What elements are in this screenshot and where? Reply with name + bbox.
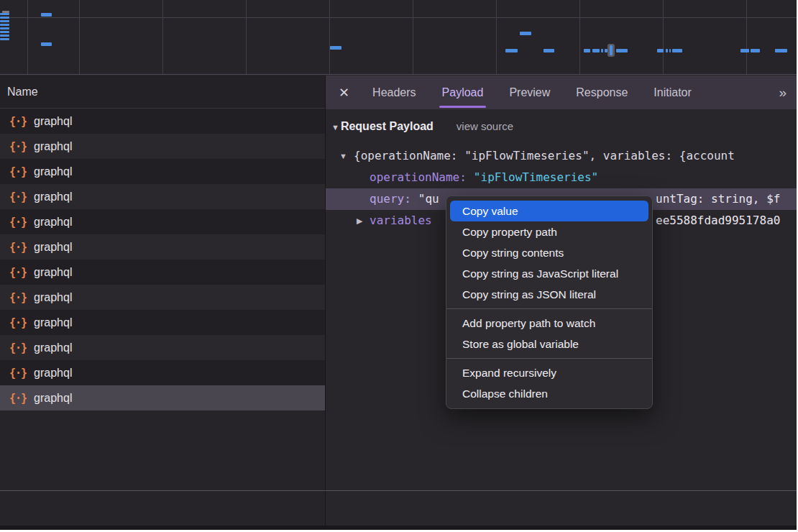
tab-response[interactable]: Response bbox=[572, 75, 632, 109]
name-column-header[interactable]: Name bbox=[0, 75, 325, 109]
timeline-gridline bbox=[79, 0, 80, 74]
json-fetch-icon: {·} bbox=[9, 165, 27, 178]
menu-item-store-as-global-variable[interactable]: Store as global variable bbox=[450, 334, 648, 354]
json-fetch-icon: {·} bbox=[9, 367, 27, 380]
summary-bar-divider bbox=[0, 490, 797, 491]
tab-strip: HeadersPayloadPreviewResponseInitiator bbox=[359, 75, 705, 109]
request-row[interactable]: {·}graphql bbox=[0, 335, 325, 360]
request-name-label: graphql bbox=[34, 291, 72, 304]
request-name-label: graphql bbox=[34, 115, 72, 128]
request-row[interactable]: {·}graphql bbox=[0, 134, 325, 159]
object-preview-text: {operationName: "ipFlowTimeseries", vari… bbox=[354, 145, 735, 167]
request-payload-label: Request Payload bbox=[341, 120, 434, 132]
requests-name-column: Name {·}graphql{·}graphql{·}graphql{·}gr… bbox=[0, 75, 325, 530]
tab-preview[interactable]: Preview bbox=[505, 75, 554, 109]
waterfall-bar bbox=[0, 20, 9, 22]
waterfall-bar bbox=[657, 49, 664, 52]
waterfall-bar bbox=[0, 17, 9, 19]
detail-tabbar: ✕ HeadersPayloadPreviewResponseInitiator… bbox=[326, 75, 797, 109]
close-icon[interactable]: ✕ bbox=[339, 85, 349, 101]
menu-item-copy-value[interactable]: Copy value bbox=[450, 201, 648, 221]
query-right-fragment: untTag: string, $f bbox=[656, 188, 780, 210]
waterfall-bar bbox=[751, 49, 760, 52]
window-bottom-edge bbox=[0, 526, 797, 530]
request-name-label: graphql bbox=[34, 140, 72, 153]
request-payload-title[interactable]: ▼Request Payload bbox=[331, 120, 434, 133]
context-menu-group: Copy valueCopy property pathCopy string … bbox=[446, 201, 652, 305]
timeline-gridline bbox=[663, 0, 664, 74]
request-row[interactable]: {·}graphql bbox=[0, 109, 325, 134]
json-fetch-icon: {·} bbox=[9, 266, 27, 279]
request-list: {·}graphql{·}graphql{·}graphql{·}graphql… bbox=[0, 109, 325, 411]
operation-name-pair: operationName:"ipFlowTimeseries" bbox=[370, 167, 598, 188]
request-row[interactable]: {·}graphql bbox=[0, 234, 325, 260]
request-name-label: graphql bbox=[34, 241, 72, 254]
request-name-label: graphql bbox=[34, 341, 72, 354]
timeline-gridline bbox=[27, 0, 28, 74]
json-fetch-icon: {·} bbox=[9, 140, 27, 153]
request-row-selected[interactable]: {·}graphql bbox=[0, 385, 325, 411]
menu-item-collapse-children[interactable]: Collapse children bbox=[450, 383, 648, 404]
property-key: operationName: bbox=[370, 170, 467, 184]
tab-headers[interactable]: Headers bbox=[368, 75, 420, 109]
request-name-label: graphql bbox=[34, 191, 72, 203]
waterfall-bar bbox=[666, 49, 668, 52]
request-row[interactable]: {·}graphql bbox=[0, 310, 325, 335]
menu-item-expand-recursively[interactable]: Expand recursively bbox=[450, 362, 648, 383]
tab-initiator[interactable]: Initiator bbox=[649, 75, 695, 109]
expand-triangle-icon[interactable]: ▶ bbox=[357, 210, 362, 231]
waterfall-bar bbox=[544, 49, 554, 52]
request-row[interactable]: {·}graphql bbox=[0, 260, 325, 285]
view-source-link[interactable]: view source bbox=[457, 120, 513, 132]
property-key: variables bbox=[370, 210, 432, 231]
waterfall-bar bbox=[0, 38, 9, 40]
request-row[interactable]: {·}graphql bbox=[0, 159, 325, 184]
request-name-label: graphql bbox=[34, 165, 72, 178]
waterfall-bar bbox=[601, 49, 603, 52]
menu-item-add-property-path-to-watch[interactable]: Add property path to watch bbox=[450, 313, 648, 334]
more-tabs-icon[interactable]: » bbox=[779, 85, 785, 101]
waterfall-bar bbox=[520, 32, 531, 35]
json-fetch-icon: {·} bbox=[9, 341, 27, 354]
request-row[interactable]: {·}graphql bbox=[0, 209, 325, 234]
tree-row-object-preview[interactable]: ▼ {operationName: "ipFlowTimeseries", va… bbox=[326, 145, 797, 167]
json-fetch-icon: {·} bbox=[9, 216, 27, 229]
timeline-gridline bbox=[579, 0, 580, 74]
waterfall-bar bbox=[0, 24, 9, 26]
timeline-gridline bbox=[246, 0, 247, 74]
tree-row-operation-name[interactable]: operationName:"ipFlowTimeseries" bbox=[326, 167, 797, 188]
menu-item-copy-property-path[interactable]: Copy property path bbox=[450, 221, 648, 242]
waterfall-selected-marker bbox=[607, 44, 615, 57]
waterfall-bar bbox=[616, 49, 628, 52]
json-fetch-icon: {·} bbox=[9, 316, 27, 329]
collapse-triangle-icon[interactable]: ▼ bbox=[331, 123, 339, 132]
menu-item-copy-string-contents[interactable]: Copy string contents bbox=[450, 242, 648, 263]
overview-divider-line bbox=[0, 17, 797, 18]
request-name-label: graphql bbox=[34, 266, 72, 279]
waterfall-bar bbox=[505, 49, 518, 52]
context-menu-group: Expand recursivelyCollapse children bbox=[446, 358, 652, 404]
context-menu-group: Add property path to watchStore as globa… bbox=[446, 308, 652, 354]
request-payload-section: ▼Request Payload view source bbox=[331, 120, 513, 133]
expand-triangle-icon[interactable]: ▼ bbox=[339, 145, 347, 167]
timeline-gridline bbox=[162, 0, 163, 74]
request-row[interactable]: {·}graphql bbox=[0, 360, 325, 385]
tab-payload[interactable]: Payload bbox=[438, 75, 488, 109]
waterfall-bar bbox=[775, 49, 787, 52]
waterfall-bar bbox=[0, 31, 9, 33]
request-name-label: graphql bbox=[34, 316, 72, 329]
property-value: "ipFlowTimeseries" bbox=[474, 170, 598, 184]
timeline-gridline bbox=[746, 0, 747, 74]
menu-item-copy-string-as-javascript-literal[interactable]: Copy string as JavaScript literal bbox=[450, 263, 648, 284]
variables-right-fragment: ee5588fdad995178a0 bbox=[656, 210, 780, 231]
waterfall-bar bbox=[0, 27, 9, 29]
waterfall-bar bbox=[592, 49, 600, 52]
menu-item-copy-string-as-json-literal[interactable]: Copy string as JSON literal bbox=[450, 284, 648, 305]
network-overview-waterfall[interactable] bbox=[0, 0, 797, 75]
request-row[interactable]: {·}graphql bbox=[0, 184, 325, 209]
context-menu: Copy valueCopy property pathCopy string … bbox=[446, 196, 653, 409]
request-name-label: graphql bbox=[34, 216, 72, 229]
request-row[interactable]: {·}graphql bbox=[0, 285, 325, 310]
waterfall-bar bbox=[41, 42, 52, 46]
waterfall-bar bbox=[610, 45, 613, 55]
